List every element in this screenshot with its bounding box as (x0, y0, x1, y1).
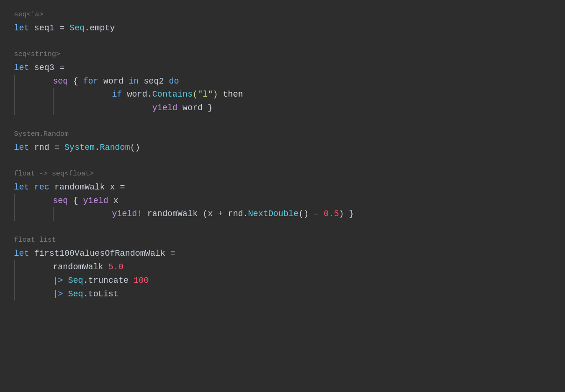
code-line: yield word } (14, 101, 551, 115)
code-editor: seq<'a>let seq1 = Seq.emptyseq<string>le… (14, 9, 551, 301)
indent-bar-2 (53, 207, 54, 221)
code-line: let seq1 = Seq.empty (14, 21, 551, 35)
code-line: let first100ValuesOfRandomWalk = (14, 247, 551, 260)
indent-bar-1 (14, 88, 15, 101)
code-block-block2: seq<string>let seq3 = seq { for word in … (14, 49, 551, 115)
type-annotation: seq<'a> (14, 9, 551, 21)
code-line: randomWalk 5.0 (14, 260, 551, 274)
code-line: yield! randomWalk (x + rnd.NextDouble() … (14, 207, 551, 221)
code-block-block1: seq<'a>let seq1 = Seq.empty (14, 9, 551, 35)
code-line: let seq3 = (14, 61, 551, 75)
code-line: if word.Contains("l") then (14, 88, 551, 101)
code-line: |> Seq.truncate 100 (14, 274, 551, 287)
type-annotation: System.Random (14, 129, 551, 140)
code-line: seq { yield x (14, 194, 551, 208)
indent-bar-1 (14, 207, 15, 221)
code-block-block4: float -> seq<float>let rec randomWalk x … (14, 168, 551, 221)
type-annotation: float list (14, 235, 551, 246)
code-block-block5: float listlet first100ValuesOfRandomWalk… (14, 235, 551, 301)
indent-bar-2 (53, 88, 54, 101)
indent-bar-1 (14, 194, 15, 208)
type-annotation: float -> seq<float> (14, 168, 551, 180)
code-line: let rnd = System.Random() (14, 141, 551, 154)
type-annotation: seq<string> (14, 49, 551, 60)
code-line: let rec randomWalk x = (14, 181, 551, 194)
code-block-block3: System.Randomlet rnd = System.Random() (14, 129, 551, 154)
code-line: seq { for word in seq2 do (14, 75, 551, 88)
indent-bar-1 (14, 75, 15, 88)
code-line: |> Seq.toList (14, 287, 551, 301)
